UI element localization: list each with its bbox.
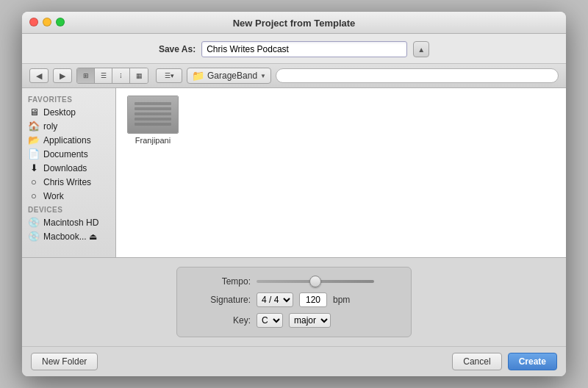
maximize-button[interactable] xyxy=(56,18,65,26)
sidebar-item-desktop[interactable]: 🖥 Desktop xyxy=(22,105,115,119)
sidebar-item-label: Macintosh HD xyxy=(43,218,98,228)
key-row: Key: C D E F G A B major minor xyxy=(199,313,389,328)
sidebar-item-documents[interactable]: 📄 Documents xyxy=(22,147,115,161)
toolbar: ◀ ▶ ⊞ ☰ ⫶ ▦ ☰▾ 📁 GarageBand ▼ xyxy=(22,63,566,88)
location-arrow-icon: ▼ xyxy=(260,73,266,79)
view-icon-button[interactable]: ⊞ xyxy=(77,68,95,83)
file-item[interactable]: Franjipani xyxy=(123,96,182,145)
close-button[interactable] xyxy=(29,18,38,26)
applications-icon: 📂 xyxy=(28,134,40,146)
tempo-slider-container xyxy=(257,280,389,283)
home-icon: 🏠 xyxy=(28,121,40,132)
downloads-icon: ⬇ xyxy=(28,162,40,173)
location-icon: 📁 xyxy=(192,70,204,82)
key-label: Key: xyxy=(199,315,251,326)
sidebar-item-applications[interactable]: 📂 Applications xyxy=(22,133,115,147)
view-column-button[interactable]: ⫶ xyxy=(112,68,130,83)
save-as-row: Save As: ▲ xyxy=(22,34,566,63)
documents-icon: 📄 xyxy=(28,148,40,159)
favorites-section-label: FAVORITES xyxy=(22,93,115,105)
devices-section-label: DEVICES xyxy=(22,203,115,215)
dialog: New Project from Template Save As: ▲ ◀ ▶… xyxy=(22,12,566,376)
thumb-line xyxy=(135,102,171,105)
footer: New Folder Cancel Create xyxy=(22,346,566,376)
save-as-input[interactable] xyxy=(201,41,407,57)
thumb-line xyxy=(135,107,171,110)
tempo-label: Tempo: xyxy=(199,276,251,287)
file-name: Franjipani xyxy=(135,136,171,145)
location-text: GarageBand xyxy=(207,71,257,81)
search-input[interactable] xyxy=(276,68,559,83)
forward-button[interactable]: ▶ xyxy=(53,68,72,83)
view-list-button[interactable]: ☰ xyxy=(95,68,112,83)
signature-select[interactable]: 4 / 4 3 / 4 6 / 8 xyxy=(257,292,293,307)
minimize-button[interactable] xyxy=(43,18,51,26)
tempo-row: Tempo: xyxy=(199,276,389,287)
folder-icon: ○ xyxy=(28,190,40,201)
cancel-button[interactable]: Cancel xyxy=(452,353,501,370)
view-cover-button[interactable]: ▦ xyxy=(130,68,148,83)
sidebar-item-label: Macbook... ⏏ xyxy=(43,231,97,242)
sidebar-item-macbook[interactable]: 💿 Macbook... ⏏ xyxy=(22,229,115,243)
bottom-panel: Tempo: Signature: 4 / 4 3 / 4 6 / 8 bpm … xyxy=(22,257,566,346)
main-area: FAVORITES 🖥 Desktop 🏠 roly 📂 Application… xyxy=(22,88,566,257)
file-thumbnail xyxy=(127,96,179,134)
settings-box: Tempo: Signature: 4 / 4 3 / 4 6 / 8 bpm … xyxy=(176,267,412,337)
key-select[interactable]: C D E F G A B xyxy=(257,313,283,328)
titlebar: New Project from Template xyxy=(22,12,566,34)
tempo-slider[interactable] xyxy=(257,280,374,283)
bpm-label: bpm xyxy=(333,295,350,305)
file-thumb-inner xyxy=(128,96,178,133)
signature-row: Signature: 4 / 4 3 / 4 6 / 8 bpm xyxy=(199,292,389,307)
save-as-label: Save As: xyxy=(159,44,196,54)
sidebar-item-label: Work xyxy=(43,191,64,201)
sidebar-item-label: Documents xyxy=(43,149,88,159)
traffic-lights xyxy=(29,18,65,26)
sidebar-item-downloads[interactable]: ⬇ Downloads xyxy=(22,161,115,175)
view-arrange-button[interactable]: ☰▾ xyxy=(156,68,182,83)
sidebar: FAVORITES 🖥 Desktop 🏠 roly 📂 Application… xyxy=(22,88,116,257)
thumb-lines xyxy=(135,102,171,128)
location-dropdown[interactable]: 📁 GarageBand ▼ xyxy=(187,68,271,84)
sidebar-item-label: Chris Writes xyxy=(43,177,91,187)
desktop-icon: 🖥 xyxy=(28,107,40,118)
new-folder-button[interactable]: New Folder xyxy=(31,353,98,370)
signature-label: Signature: xyxy=(199,295,251,305)
sidebar-item-work[interactable]: ○ Work xyxy=(22,189,115,203)
file-grid: Franjipani xyxy=(123,96,559,145)
disk-icon: 💿 xyxy=(28,217,40,228)
mode-select[interactable]: major minor xyxy=(289,313,331,328)
sidebar-item-chris-writes[interactable]: ○ Chris Writes xyxy=(22,175,115,189)
view-buttons: ⊞ ☰ ⫶ ▦ xyxy=(76,68,148,84)
sidebar-item-label: Desktop xyxy=(43,107,76,118)
back-button[interactable]: ◀ xyxy=(29,68,49,83)
sidebar-item-label: Downloads xyxy=(43,163,87,173)
folder-icon: ○ xyxy=(28,176,40,187)
thumb-line xyxy=(135,123,171,126)
bpm-input[interactable] xyxy=(299,292,327,307)
thumb-line xyxy=(135,118,171,121)
disk-icon: 💿 xyxy=(28,231,40,242)
thumb-line xyxy=(135,112,171,115)
dialog-title: New Project from Template xyxy=(233,18,356,29)
content-area: Franjipani xyxy=(116,88,566,257)
sidebar-item-label: roly xyxy=(43,121,57,132)
sidebar-item-macintosh-hd[interactable]: 💿 Macintosh HD xyxy=(22,215,115,229)
save-as-arrow-button[interactable]: ▲ xyxy=(413,41,429,57)
sidebar-item-label: Applications xyxy=(43,135,91,146)
sidebar-item-roly[interactable]: 🏠 roly xyxy=(22,119,115,133)
action-buttons: Cancel Create xyxy=(452,353,557,370)
create-button[interactable]: Create xyxy=(508,353,557,370)
